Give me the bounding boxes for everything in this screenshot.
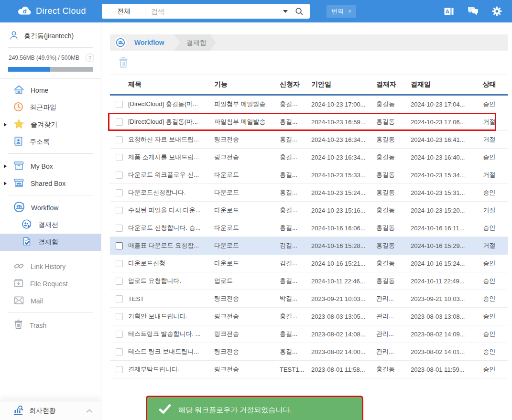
row-title[interactable]: 요청하신 자료 보내드립... — [128, 135, 214, 144]
header-title[interactable]: 제목 — [128, 80, 214, 89]
sidebar-item-workflow[interactable]: Workflow — [0, 199, 101, 216]
company-status-toggle[interactable]: 회사현황 — [0, 401, 101, 420]
user-profile[interactable]: 홍길동(jirantech) — [0, 22, 101, 47]
row-title[interactable]: [DirectCloud] 홍길동(마... — [128, 118, 214, 126]
table-row[interactable]: [DirectCloud] 홍길동(마... 파일첨부 메일발송 홍길... 2… — [110, 96, 508, 113]
row-title[interactable]: 업로드 요청합니다. — [128, 277, 214, 285]
row-checkbox[interactable] — [116, 118, 123, 126]
row-title[interactable]: [DirectCloud] 홍길동(마... — [128, 100, 214, 108]
row-status: 승인 — [476, 294, 503, 303]
sidebar-item-approval-line[interactable]: 결재선 — [0, 216, 101, 234]
sidebar-item-home[interactable]: Home — [0, 82, 101, 99]
table-row[interactable]: 다운로드신청 다운로드 김길... 2024-10-16 15:21... 홍길… — [110, 255, 508, 272]
row-checkbox[interactable] — [116, 225, 123, 232]
header-status[interactable]: 상태 — [476, 80, 503, 89]
chat-icon[interactable] — [467, 6, 479, 17]
sidebar-item-mail[interactable]: Mail — [0, 292, 101, 310]
sidebar-item-approval-box[interactable]: 결재함 — [0, 234, 101, 251]
table-row[interactable]: 요청하신 자료 보내드립... 링크전송 홍길... 2024-10-23 16… — [110, 131, 508, 149]
expand-arrow-icon[interactable] — [4, 182, 7, 185]
row-checkbox[interactable] — [116, 366, 123, 373]
header-approver[interactable]: 결재자 — [376, 80, 411, 89]
row-approval-date: 2023-09-21 10:03... — [411, 295, 476, 302]
header-approval-date[interactable]: 결재일 — [411, 80, 476, 89]
row-title[interactable]: 수정된 파일을 다시 다운... — [128, 206, 214, 215]
table-row[interactable]: [DirectCloud] 홍길동(마... 파일첨부 메일발송 홍길... 2… — [110, 113, 508, 131]
sidebar-item-my-box[interactable]: My Box — [0, 158, 101, 175]
row-title[interactable]: 다운로드신청 — [128, 259, 214, 268]
table-row[interactable]: 테스트링크 발송합니다. ... 링크전송 홍길... 2023-08-02 1… — [110, 325, 508, 343]
row-checkbox[interactable] — [116, 313, 123, 320]
table-row[interactable]: TEST 링크전송 박길... 2023-09-21 10:03... 관리..… — [110, 290, 508, 308]
row-title[interactable]: 테스트링크 발송합니다. ... — [128, 330, 214, 338]
sidebar-item-address-book[interactable]: 주소록 — [0, 133, 101, 151]
row-checkbox[interactable] — [116, 348, 123, 355]
expand-arrow-icon[interactable] — [4, 164, 7, 168]
row-function: 링크전송 — [214, 330, 280, 338]
row-title[interactable]: 매출표 다운로드 요청합... — [128, 241, 214, 250]
logo[interactable]: d Direct Cloud — [16, 4, 88, 18]
row-checkbox[interactable] — [116, 260, 123, 267]
sidebar-item-recent-files[interactable]: 최근파일 — [0, 99, 101, 116]
expand-arrow-icon[interactable] — [4, 123, 7, 127]
sidebar-item-trash[interactable]: Trash — [0, 317, 101, 334]
table-row[interactable]: 수정된 파일을 다시 다운... 다운로드 홍길... 2024-10-23 1… — [110, 202, 508, 219]
row-title[interactable]: 제품 소개서를 보내드립... — [128, 153, 214, 162]
breadcrumb-current[interactable]: 결재함 — [174, 34, 216, 51]
table-row[interactable]: 다운로드 워크플로우 신... 다운로드 홍길... 2024-10-23 15… — [110, 166, 508, 184]
row-requester: 홍길... — [280, 100, 311, 108]
row-approval-date: 2024-10-16 16:11... — [411, 225, 476, 232]
gear-icon[interactable] — [491, 6, 502, 17]
row-checkbox[interactable] — [116, 136, 123, 143]
row-checkbox[interactable] — [116, 207, 123, 214]
search-input[interactable] — [151, 8, 283, 15]
storage-help-icon[interactable]: ? — [86, 54, 94, 62]
table-row[interactable]: 다운로드신청합니다. 다운로드 홍길... 2024-10-23 15:24..… — [110, 184, 508, 202]
storage-progress-fill — [8, 67, 50, 72]
table-row[interactable]: 제품 소개서를 보내드립... 링크전송 홍길... 2024-10-23 16… — [110, 149, 508, 166]
row-checkbox[interactable] — [116, 101, 123, 108]
chevron-up-icon[interactable] — [86, 409, 93, 413]
sidebar-item-link-history[interactable]: Link History — [0, 258, 101, 275]
row-title[interactable]: 다운로드 워크플로우 신... — [128, 171, 214, 179]
sidebar-item-favorites[interactable]: 즐겨찾기 — [0, 116, 101, 133]
table-row[interactable]: 다운로드 신청합니다. 승... 다운로드 홍길... 2024-10-16 1… — [110, 219, 508, 237]
row-title[interactable]: 기획안 보내드립니다. — [128, 312, 214, 321]
row-title[interactable]: 다운로드신청합니다. — [128, 188, 214, 197]
row-title[interactable]: TEST — [128, 295, 214, 302]
row-checkbox[interactable] — [116, 242, 123, 249]
row-function: 링크전송 — [214, 365, 280, 374]
header-function[interactable]: 기능 — [214, 80, 280, 89]
sidebar-item-shared-box[interactable]: Shared Box — [0, 175, 101, 192]
delete-trash-icon[interactable] — [118, 57, 129, 70]
translate-filter-tag[interactable]: 번역 × — [327, 5, 356, 18]
search-scope-caret-icon[interactable] — [283, 10, 288, 13]
sidebar-item-file-request[interactable]: File Request — [0, 275, 101, 292]
workflow-icon — [13, 201, 25, 215]
row-checkbox[interactable] — [116, 189, 123, 196]
table-row[interactable]: 테스트 링크 보내드립니... 링크전송 홍길... 2023-08-02 14… — [110, 343, 508, 361]
row-checkbox[interactable] — [116, 331, 123, 338]
row-checkbox[interactable] — [116, 172, 123, 179]
row-checkbox[interactable] — [116, 278, 123, 285]
breadcrumb-root[interactable]: Workflow — [134, 39, 164, 46]
row-function: 다운로드 — [214, 241, 280, 250]
table-row[interactable]: 매출표 다운로드 요청합... 다운로드 김길... 2024-10-16 15… — [110, 237, 508, 255]
header-requester[interactable]: 신청자 — [280, 80, 311, 89]
row-title[interactable]: 테스트 링크 보내드립니... — [128, 347, 214, 356]
row-title[interactable]: 다운로드 신청합니다. 승... — [128, 224, 214, 232]
translate-tag-close-icon[interactable]: × — [348, 8, 351, 15]
search-icon[interactable] — [294, 7, 304, 16]
translator-icon[interactable]: A — [443, 6, 455, 17]
table-row[interactable]: 기획안 보내드립니다. 링크전송 홍길... 2023-08-03 13:05.… — [110, 308, 508, 325]
table-row[interactable]: 업로드 요청합니다. 업로드 홍길... 2024-10-11 22:46...… — [110, 272, 508, 290]
header-draft-date[interactable]: 기안일 — [311, 80, 376, 89]
row-checkbox[interactable] — [116, 295, 123, 302]
row-status: 승인 — [476, 277, 503, 285]
row-checkbox[interactable] — [116, 154, 123, 161]
row-title[interactable]: 결제부탁드립니다. — [128, 365, 214, 374]
row-approval-date: 2024-10-23 17:06... — [411, 118, 476, 126]
row-draft-date: 2024-10-16 15:28... — [311, 242, 376, 249]
table-row[interactable]: 결제부탁드립니다. 링크전송 TEST1... 2023-08-01 11:58… — [110, 361, 508, 378]
search-scope-select[interactable]: 전체 — [117, 7, 131, 16]
